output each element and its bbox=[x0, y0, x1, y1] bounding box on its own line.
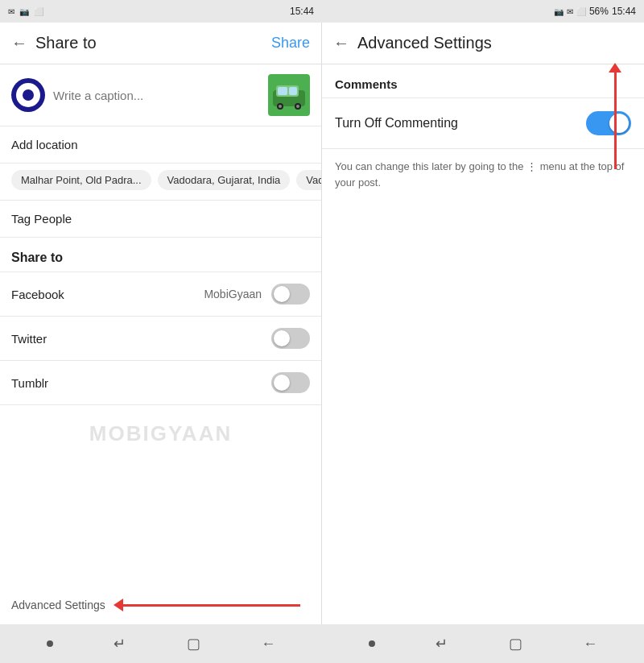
chip-2[interactable]: Vadodara, Gujarat, India bbox=[158, 170, 291, 190]
facebook-row: Facebook MobiGyaan bbox=[0, 272, 321, 317]
caption-input[interactable] bbox=[53, 89, 268, 102]
back-button-right[interactable]: ← bbox=[333, 34, 349, 52]
svg-point-8 bbox=[296, 105, 299, 108]
right-panel: ← Advanced Settings Comments Turn Off Co… bbox=[322, 23, 644, 624]
twitter-row: Twitter bbox=[0, 317, 321, 361]
nav-square-left[interactable]: ▢ bbox=[187, 635, 200, 653]
right-header: ← Advanced Settings bbox=[322, 23, 644, 64]
status-bar: ✉ 📷 ⬜ 15:44 📷 ✉ ⬜ 56% 15:44 bbox=[0, 0, 644, 23]
bottom-nav: ↵ ▢ ← ↵ ▢ ← bbox=[0, 624, 644, 663]
nav-square-right[interactable]: ▢ bbox=[509, 635, 522, 653]
status-time-right: 15:44 bbox=[612, 6, 636, 17]
nav-return-left[interactable]: ↵ bbox=[114, 635, 126, 653]
back-button-left[interactable]: ← bbox=[11, 34, 27, 52]
tumblr-row: Tumblr bbox=[0, 361, 321, 405]
advanced-settings-label: Advanced Settings bbox=[11, 599, 105, 611]
twitter-label: Twitter bbox=[11, 332, 271, 346]
advanced-settings-row[interactable]: Advanced Settings bbox=[0, 586, 321, 624]
share-to-label: Share to bbox=[0, 238, 321, 272]
svg-rect-3 bbox=[278, 87, 287, 95]
left-header: ← Share to Share bbox=[0, 23, 321, 64]
car-image bbox=[270, 77, 308, 113]
turn-off-commenting-label: Turn Off Commenting bbox=[335, 116, 586, 131]
location-chips: Malhar Point, Old Padra... Vadodara, Guj… bbox=[0, 164, 321, 201]
twitter-toggle[interactable] bbox=[271, 328, 310, 349]
camera-icon2: 📷 bbox=[554, 7, 564, 16]
svg-point-6 bbox=[279, 105, 282, 108]
comments-section-label: Comments bbox=[322, 64, 644, 98]
turn-off-commenting-row: Turn Off Commenting bbox=[322, 98, 644, 149]
add-location-row[interactable]: Add location bbox=[0, 126, 321, 164]
nav-dot-right[interactable] bbox=[369, 640, 375, 647]
box-icon: ⬜ bbox=[34, 7, 43, 16]
nav-dot-left[interactable] bbox=[47, 640, 53, 647]
nav-back-left[interactable]: ← bbox=[261, 636, 275, 653]
facebook-toggle[interactable] bbox=[271, 284, 310, 305]
bottom-nav-left: ↵ ▢ ← bbox=[0, 624, 322, 663]
facebook-label: Facebook bbox=[11, 288, 204, 301]
svg-rect-4 bbox=[289, 87, 297, 95]
panels: ← Share to Share bbox=[0, 23, 644, 624]
box-icon2: ⬜ bbox=[576, 7, 586, 16]
facebook-account: MobiGyaan bbox=[204, 288, 262, 300]
camera-icon: 📷 bbox=[19, 7, 29, 16]
mail-icon2: ✉ bbox=[567, 7, 573, 16]
watermark: MOBIGYAAN bbox=[89, 421, 232, 446]
status-time-left: 15:44 bbox=[290, 6, 314, 17]
tumblr-label: Tumblr bbox=[11, 376, 271, 390]
left-panel-title: Share to bbox=[35, 34, 271, 52]
nav-back-right[interactable]: ← bbox=[583, 636, 597, 653]
left-panel: ← Share to Share bbox=[0, 23, 322, 624]
arrow-up-indicator bbox=[609, 63, 621, 169]
chip-1[interactable]: Malhar Point, Old Padra... bbox=[11, 170, 151, 190]
arrow-left-indicator bbox=[114, 599, 300, 611]
signal-text: 56% bbox=[589, 6, 609, 17]
mail-icon: ✉ bbox=[8, 7, 14, 16]
chip-3[interactable]: Vadoda... bbox=[296, 170, 321, 190]
status-bar-right: 📷 ✉ ⬜ 56% 15:44 bbox=[322, 0, 644, 23]
bottom-nav-right: ↵ ▢ ← bbox=[322, 624, 644, 663]
avatar bbox=[11, 78, 45, 112]
nav-return-right[interactable]: ↵ bbox=[436, 635, 448, 653]
tag-people-row[interactable]: Tag People bbox=[0, 201, 321, 238]
share-button[interactable]: Share bbox=[271, 35, 310, 52]
status-bar-left: ✉ 📷 ⬜ 15:44 bbox=[0, 0, 322, 23]
right-panel-title: Advanced Settings bbox=[357, 34, 633, 52]
commenting-info-text: You can change this later by going to th… bbox=[322, 149, 644, 200]
caption-area bbox=[0, 64, 321, 126]
photo-thumbnail bbox=[268, 74, 310, 116]
tumblr-toggle[interactable] bbox=[271, 372, 310, 393]
